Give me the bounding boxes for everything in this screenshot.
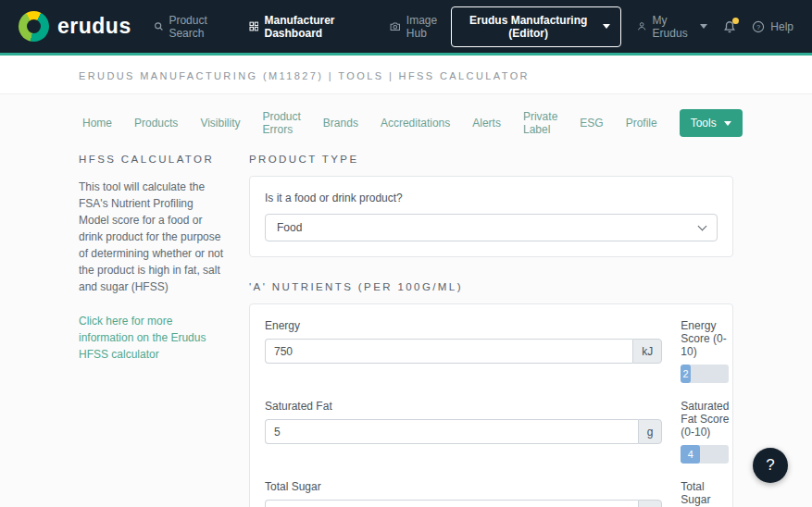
saturated-fat-label: Saturated Fat bbox=[265, 400, 662, 413]
product-type-select[interactable]: Food bbox=[265, 214, 718, 241]
tab-alerts[interactable]: Alerts bbox=[472, 117, 501, 130]
caret-down-icon bbox=[700, 24, 707, 29]
calculator-column: PRODUCT TYPE Is it a food or drink produ… bbox=[249, 154, 733, 507]
product-type-selected-value: Food bbox=[277, 221, 302, 234]
total-sugar-label: Total Sugar bbox=[265, 480, 662, 493]
notifications-button[interactable] bbox=[723, 20, 736, 33]
tab-esg[interactable]: ESG bbox=[580, 117, 603, 130]
sidebar-description: This tool will calculate the FSA's Nutri… bbox=[79, 179, 225, 295]
energy-score-label: Energy Score (0-10) bbox=[681, 319, 729, 358]
saturated-fat-unit: g bbox=[638, 419, 663, 444]
product-type-question: Is it a food or drink product? bbox=[265, 192, 718, 204]
floating-help-button[interactable]: ? bbox=[753, 448, 788, 483]
total-sugar-field-group: Total Sugar g bbox=[265, 480, 662, 507]
tab-accreditations[interactable]: Accreditations bbox=[381, 117, 450, 130]
total-sugar-score-label: Total Sugar Score (0-10) bbox=[681, 480, 729, 507]
primary-nav: Product Search Manufacturer Dashboard Im… bbox=[154, 14, 451, 40]
product-type-card: Is it a food or drink product? Food bbox=[249, 176, 733, 257]
energy-label: Energy bbox=[265, 319, 662, 332]
chevron-down-icon bbox=[698, 222, 707, 231]
breadcrumb: ERUDUS MANUFACTURING (M11827) | TOOLS | … bbox=[79, 70, 530, 81]
nav-product-search[interactable]: Product Search bbox=[154, 14, 232, 40]
main-content: Home Products Visibility Product Errors … bbox=[79, 109, 733, 507]
saturated-fat-field-group: Saturated Fat g bbox=[265, 400, 662, 464]
total-sugar-unit: g bbox=[638, 500, 663, 507]
top-navbar: erudus Product Search Manufacturer Dashb… bbox=[0, 0, 812, 53]
energy-input[interactable] bbox=[265, 339, 632, 364]
my-erudus-label: My Erudus bbox=[653, 14, 695, 40]
energy-score-fill: 2 bbox=[681, 365, 690, 383]
nav-product-search-label: Product Search bbox=[169, 14, 231, 40]
tab-brands[interactable]: Brands bbox=[323, 117, 358, 130]
energy-score-group: Energy Score (0-10) 2 bbox=[681, 319, 729, 383]
tab-tools[interactable]: Tools bbox=[680, 109, 743, 137]
saturated-fat-input[interactable] bbox=[265, 419, 638, 444]
my-erudus-dropdown[interactable]: My Erudus bbox=[637, 14, 707, 40]
energy-unit: kJ bbox=[632, 339, 662, 364]
tab-products[interactable]: Products bbox=[134, 117, 178, 130]
navbar-right: Erudus Manufacturing (Editor) My Erudus … bbox=[451, 6, 793, 47]
tab-bar: Home Products Visibility Product Errors … bbox=[79, 109, 733, 137]
help-link[interactable]: ? Help bbox=[752, 20, 793, 33]
saturated-fat-score-group: Saturated Fat Score (0-10) 4 bbox=[681, 400, 729, 464]
erudus-logo[interactable]: erudus bbox=[19, 11, 131, 42]
tab-home[interactable]: Home bbox=[82, 117, 112, 130]
a-nutrients-heading: 'A' NUTRIENTS (PER 100G/ML) bbox=[249, 281, 733, 292]
help-circle-icon: ? bbox=[752, 20, 765, 33]
energy-score-value: 2 bbox=[683, 368, 689, 379]
tab-product-errors[interactable]: Product Errors bbox=[263, 110, 301, 136]
energy-score-bar: 2 bbox=[681, 365, 729, 383]
total-sugar-input[interactable] bbox=[265, 500, 638, 507]
help-label: Help bbox=[770, 20, 793, 33]
camera-icon bbox=[390, 20, 401, 32]
caret-down-icon bbox=[603, 24, 610, 29]
a-nutrients-card: Energy kJ Energy Score (0-10) 2 bbox=[249, 303, 733, 507]
brand-name: erudus bbox=[57, 14, 131, 39]
product-type-heading: PRODUCT TYPE bbox=[249, 154, 733, 165]
saturated-fat-score-fill: 4 bbox=[681, 445, 700, 464]
breadcrumb-bar: ERUDUS MANUFACTURING (M11827) | TOOLS | … bbox=[0, 56, 812, 94]
energy-field-group: Energy kJ bbox=[265, 319, 662, 383]
search-icon bbox=[154, 20, 164, 32]
user-icon bbox=[637, 20, 646, 32]
caret-down-icon bbox=[724, 121, 731, 126]
sidebar-title: HFSS CALCULATOR bbox=[79, 154, 225, 165]
dashboard-icon bbox=[249, 20, 259, 32]
org-selector-dropdown[interactable]: Erudus Manufacturing (Editor) bbox=[451, 6, 621, 47]
nav-image-hub[interactable]: Image Hub bbox=[390, 14, 451, 40]
tab-tools-label: Tools bbox=[691, 117, 717, 130]
tab-visibility[interactable]: Visibility bbox=[200, 117, 240, 130]
nav-image-hub-label: Image Hub bbox=[406, 14, 451, 40]
nav-manufacturer-dashboard-label: Manufacturer Dashboard bbox=[264, 14, 373, 40]
nav-manufacturer-dashboard[interactable]: Manufacturer Dashboard bbox=[249, 14, 374, 40]
hfss-info-link[interactable]: Click here for more information on the E… bbox=[79, 313, 225, 363]
sidebar: HFSS CALCULATOR This tool will calculate… bbox=[79, 154, 225, 363]
org-selector-label: Erudus Manufacturing (Editor) bbox=[462, 14, 594, 40]
total-sugar-score-group: Total Sugar Score (0-10) 2 bbox=[681, 480, 729, 507]
tab-profile[interactable]: Profile bbox=[626, 117, 657, 130]
navbar-left: erudus Product Search Manufacturer Dashb… bbox=[19, 11, 451, 42]
erudus-logo-icon bbox=[19, 11, 49, 42]
saturated-fat-score-label: Saturated Fat Score (0-10) bbox=[681, 400, 729, 439]
saturated-fat-score-bar: 4 bbox=[681, 445, 729, 464]
notification-dot bbox=[732, 18, 739, 24]
saturated-fat-score-value: 4 bbox=[688, 449, 693, 460]
tab-private-label[interactable]: Private Label bbox=[523, 110, 557, 136]
svg-text:?: ? bbox=[756, 22, 760, 31]
